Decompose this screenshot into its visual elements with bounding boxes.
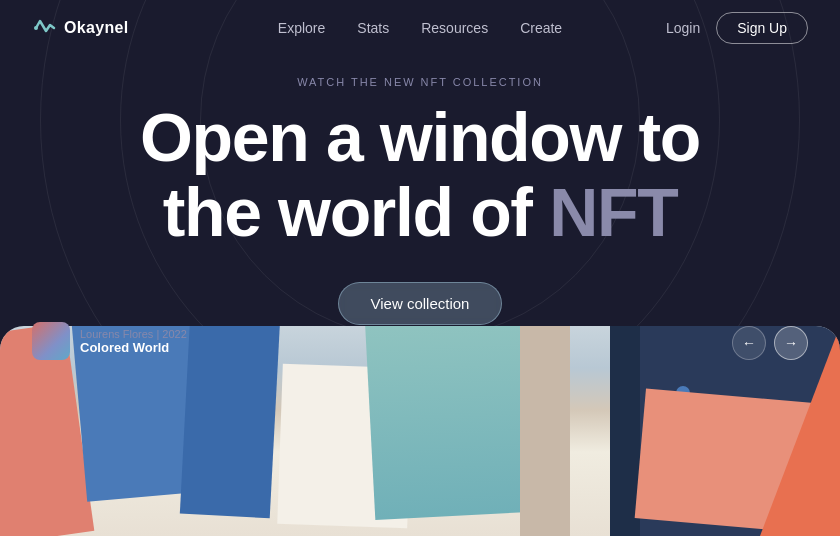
art-blue-stripe-2 [180, 326, 280, 518]
collection-title: Colored World [80, 340, 187, 355]
nav-explore[interactable]: Explore [278, 20, 325, 36]
logo[interactable]: Okaynel [32, 16, 129, 40]
hero-content: WATCH THE NEW NFT COLLECTION Open a wind… [0, 56, 840, 325]
signup-button[interactable]: Sign Up [716, 12, 808, 44]
artist-details: Lourens Flores | 2022 Colored World [80, 328, 187, 355]
prev-arrow-button[interactable]: ← [732, 326, 766, 360]
nav-resources[interactable]: Resources [421, 20, 488, 36]
art-gray-stripe [520, 326, 570, 536]
nav-create[interactable]: Create [520, 20, 562, 36]
hero-title-line1: Open a window to [140, 100, 700, 175]
login-button[interactable]: Login [666, 20, 700, 36]
hero-title: Open a window to the world of NFT [140, 100, 700, 250]
navbar: Okaynel Explore Stats Resources Create L… [0, 0, 840, 56]
svg-point-0 [34, 26, 38, 30]
carousel-nav: ← → [732, 326, 808, 360]
artwork-year: 2022 [162, 328, 186, 340]
next-arrow-button[interactable]: → [774, 326, 808, 360]
artist-name: Lourens Flores [80, 328, 153, 340]
nav-links: Explore Stats Resources Create [278, 20, 562, 36]
nav-actions: Login Sign Up [666, 12, 808, 44]
artist-info: Lourens Flores | 2022 Colored World [32, 322, 187, 360]
hero-title-line2: the world of NFT [140, 175, 700, 250]
logo-icon [32, 16, 56, 40]
hero-subtitle: WATCH THE NEW NFT COLLECTION [297, 76, 543, 88]
brand-name: Okaynel [64, 19, 129, 37]
artist-avatar [32, 322, 70, 360]
view-collection-button[interactable]: View collection [338, 282, 503, 325]
artist-avatar-image [32, 322, 70, 360]
artist-meta: Lourens Flores | 2022 [80, 328, 187, 340]
hero-title-line2-white: the world of [163, 174, 532, 250]
nav-stats[interactable]: Stats [357, 20, 389, 36]
art-teal-stripe [365, 326, 535, 520]
hero-title-line2-gray: NFT [549, 174, 677, 250]
